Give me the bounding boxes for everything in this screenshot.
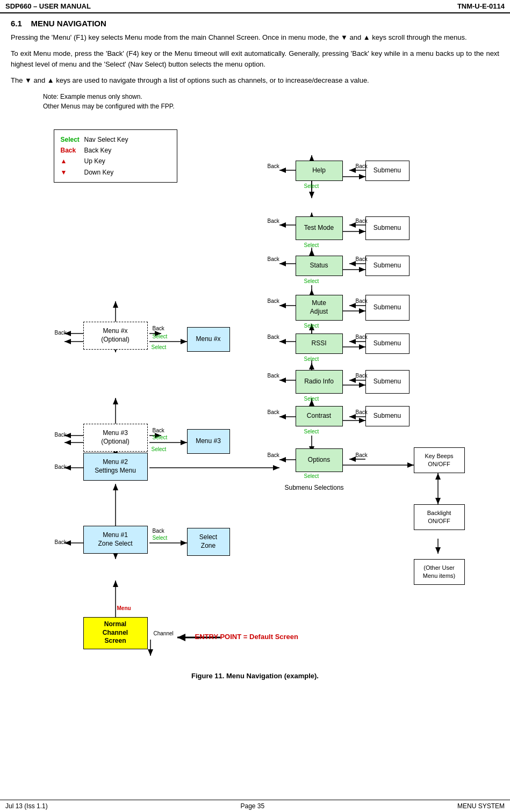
mute-adjust-box: Mute Adjust (296, 295, 343, 321)
key-beeps-box: Key Beeps ON/OFF (414, 447, 465, 473)
svg-marker-100 (349, 339, 356, 344)
svg-marker-90 (279, 457, 286, 462)
menu-x-optional-box: Menu #x (Optional) (83, 322, 148, 350)
svg-marker-9 (113, 301, 118, 308)
svg-marker-62 (359, 382, 365, 388)
svg-marker-58 (359, 308, 365, 314)
svg-marker-5 (113, 398, 118, 404)
submenu-selections-label: Submenu Selections (285, 484, 344, 491)
svg-marker-102 (349, 378, 356, 383)
svg-marker-17 (181, 339, 187, 344)
select-test: Select (304, 242, 319, 248)
svg-marker-96 (349, 261, 356, 266)
diagram: Select Nav Select Key Back Back Key ▲ Up… (21, 119, 489, 666)
svg-marker-54 (359, 229, 365, 234)
submenu-5-box: Submenu (365, 334, 410, 354)
legend-down-key: Down Key (84, 167, 114, 178)
svg-marker-86 (279, 378, 286, 383)
back-menu2: Back (55, 464, 67, 470)
select-menu3-opt: Select (152, 446, 167, 452)
svg-marker-124 (113, 581, 118, 587)
legend-up: ▲ (61, 156, 81, 166)
select-zone-box: Select Zone (187, 528, 230, 556)
back-submenu-1: Back (356, 163, 368, 169)
footer-center: Page 35 (240, 802, 264, 810)
select-radio: Select (304, 396, 319, 402)
menu2-box: Menu #2 Settings Menu (83, 453, 148, 481)
section-title: 6.1 MENU NAVIGATION (11, 19, 499, 28)
svg-marker-126 (148, 649, 153, 656)
svg-marker-56 (359, 267, 365, 272)
svg-marker-82 (279, 303, 286, 308)
normal-channel-box: Normal Channel Screen (83, 617, 148, 649)
svg-marker-64 (359, 418, 365, 423)
svg-marker-70 (435, 473, 441, 480)
backlight-box: Backlight ON/OFF (414, 504, 465, 530)
back-label-radio: Back (268, 373, 279, 379)
svg-marker-13 (181, 540, 187, 546)
back-select-zone: Back (153, 528, 164, 534)
select-menu3: Select (153, 434, 168, 440)
svg-marker-98 (349, 303, 356, 308)
paragraph-1: Pressing the 'Menu' (F1) key selects Men… (11, 32, 499, 43)
back-label-contrast: Back (268, 409, 279, 415)
paragraph-3: The ▼ and ▲ keys are used to navigate th… (11, 75, 499, 86)
status-box: Status (296, 256, 343, 276)
back-label-options: Back (268, 452, 279, 458)
back-key-beeps: Back (356, 452, 368, 458)
select-menu-x-opt: Select (152, 344, 167, 350)
figure-caption: Figure 11. Menu Navigation (example). (11, 672, 499, 680)
radio-info-box: Radio Info (296, 370, 343, 394)
submenu-1-box: Submenu (365, 161, 410, 181)
back-menu-x-opt: Back (55, 330, 67, 336)
select-mute: Select (304, 323, 319, 329)
select-help: Select (304, 183, 319, 189)
select-status: Select (304, 278, 319, 284)
menu-label: Menu (117, 605, 131, 611)
svg-marker-106 (349, 456, 356, 462)
select-options: Select (304, 473, 319, 479)
back-label-status: Back (268, 256, 279, 262)
entry-point-text: ENTRY POINT = Default Screen (195, 633, 299, 641)
legend-up-key: Up Key (84, 156, 105, 166)
menu3-box: Menu #3 (187, 429, 230, 454)
svg-marker-34 (309, 249, 314, 256)
section-number: 6.1 (11, 19, 22, 28)
help-box: Help (296, 161, 343, 181)
options-box: Options (296, 448, 343, 472)
menu3-optional-box: Menu #3 (Optional) (83, 424, 148, 452)
back-label-help: Back (268, 163, 279, 169)
svg-marker-80 (279, 261, 286, 266)
footer-left: Jul 13 (Iss 1.1) (5, 802, 48, 810)
back-menu3-opt: Back (55, 432, 67, 438)
header: SDP660 – USER MANUAL TNM-U-E-0114 (0, 0, 510, 13)
back-menu3-opt2: Back (153, 427, 164, 433)
back-submenu-6: Back (356, 373, 368, 379)
footer: Jul 13 (Iss 1.1) Page 35 MENU SYSTEM (0, 800, 510, 812)
note: Note: Example menus only shown. Other Me… (43, 92, 499, 111)
svg-marker-60 (359, 344, 365, 350)
submenu-6-box: Submenu (365, 370, 410, 394)
back-submenu-2: Back (356, 218, 368, 224)
note-line2: Other Menus may be configured with the F… (43, 102, 499, 111)
svg-marker-88 (279, 414, 286, 419)
svg-marker-15 (181, 440, 187, 445)
header-left: SDP660 – USER MANUAL (5, 2, 91, 10)
note-line1: Note: Example menus only shown. (43, 92, 499, 102)
back-menu1: Back (55, 539, 67, 545)
submenu-2-box: Submenu (365, 216, 410, 240)
header-right: TNM-U-E-0114 (457, 2, 505, 10)
back-submenu-3: Back (356, 256, 368, 262)
other-user-box: (Other User Menu items) (414, 559, 465, 585)
svg-marker-92 (349, 168, 356, 173)
footer-right: MENU SYSTEM (457, 802, 505, 810)
svg-marker-46 (309, 363, 314, 369)
svg-marker-1 (113, 484, 118, 490)
legend-box: Select Nav Select Key Back Back Key ▲ Up… (54, 129, 177, 183)
back-submenu-4: Back (356, 298, 368, 304)
entry-arrow: ← (180, 630, 192, 644)
legend-select: Select (61, 134, 81, 145)
select-menu-x: Select (153, 334, 168, 339)
back-submenu-7: Back (356, 409, 368, 415)
svg-marker-104 (349, 414, 356, 419)
